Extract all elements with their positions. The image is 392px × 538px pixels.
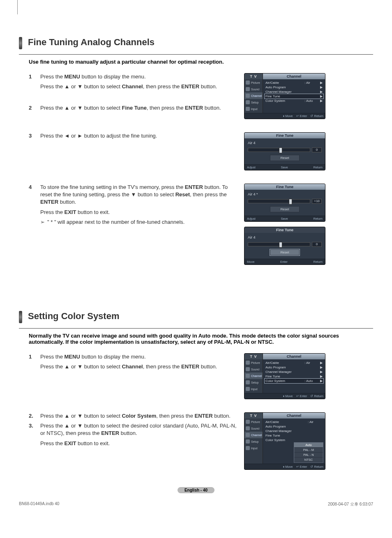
channel-icon — [246, 94, 250, 98]
slider-thumb — [289, 199, 292, 205]
osd-tv-label: T V — [244, 413, 263, 418]
hint-enter: Enter — [280, 260, 288, 264]
t: ENTER — [101, 430, 119, 436]
option-paln: PAL - N — [294, 453, 323, 458]
step-body: Press the ◄ or ► button to adjust the fi… — [40, 132, 241, 142]
osd-finetune-panel: Fine Tune Air 4 * +10 Reset Adjust Save … — [244, 184, 325, 222]
panel-footer: Adjust Save Return — [244, 216, 325, 221]
l: Fine Tune — [265, 94, 304, 98]
t: MENU — [65, 354, 80, 360]
hint-return: Return — [313, 260, 323, 264]
l: Fine Tune — [265, 434, 323, 437]
sound-icon — [246, 87, 250, 91]
l: Input — [251, 108, 258, 110]
t: " * " will appear next to the number of … — [47, 219, 184, 225]
sound-icon — [246, 367, 250, 371]
l: Fine Tune — [265, 375, 304, 378]
t: button. — [199, 83, 217, 90]
l: Color System — [265, 438, 323, 442]
l: Auto Program — [265, 366, 304, 369]
osd-category: Channel — [263, 413, 325, 418]
finetune-slider: 0 — [248, 242, 322, 247]
chevron-right-icon: ▶ — [319, 85, 323, 89]
l: Channel Manager — [265, 370, 304, 374]
chevron-right-icon: ▶ — [319, 379, 323, 383]
option-ntsc: NTSC — [294, 458, 323, 462]
t: EXIT — [65, 440, 76, 446]
t: button. — [213, 413, 231, 419]
chevron-right-icon: ▶ — [319, 90, 323, 94]
l: Air/Cable — [265, 81, 304, 85]
osd-tv-label: T V — [244, 74, 263, 79]
v: : Auto — [304, 99, 319, 103]
t: , then press the — [147, 105, 185, 111]
t: EXIT — [65, 209, 76, 215]
l: Auto Program — [265, 425, 323, 428]
osd-tv-label: T V — [244, 354, 263, 359]
section-header: Fine Tuning Analog Channels — [19, 37, 373, 49]
reset-button: Reset — [270, 206, 300, 212]
hint-move: Move — [283, 114, 293, 118]
t: To store the fine tuning setting in the … — [40, 184, 185, 190]
osd-sidebar: Picture Sound Channel Setup Input — [244, 418, 263, 464]
l: Air/Cable — [265, 420, 308, 424]
osd-sidebar: Picture Sound Channel Setup Input — [244, 359, 263, 393]
l: Channel — [251, 94, 262, 97]
dropdown-popup: Auto PAL - M PAL - N NTSC — [294, 442, 323, 463]
l: Air/Cable — [265, 361, 304, 365]
osd-footer: Move Enter Return — [244, 113, 325, 119]
slider-thumb — [279, 242, 282, 248]
l: Sound — [251, 88, 259, 91]
osd-sidebar: Picture Sound Channel Setup Input — [244, 79, 263, 113]
l: Auto Program — [265, 85, 304, 89]
step-body: Press the ▲ or ▼ button to select the de… — [40, 422, 241, 450]
section-title: Setting Color System — [28, 311, 373, 323]
t: Press the ◄ or ► button to adjust the fi… — [40, 133, 157, 139]
panel-title: Fine Tune — [244, 133, 325, 138]
l: Setup — [251, 101, 258, 104]
reset-button: Reset — [270, 155, 300, 161]
option-auto: Auto — [294, 443, 323, 448]
panel-footer: Adjust Save Return — [244, 164, 325, 170]
t: Press the — [40, 354, 65, 360]
channel-label: Air 4 — [248, 141, 322, 145]
l: Picture — [251, 81, 260, 84]
section-bar-icon — [19, 37, 22, 49]
divider — [19, 328, 373, 329]
step-3: 3. Press the ▲ or ▼ button to select the… — [29, 422, 241, 450]
step-3: 3 Press the ◄ or ► button to adjust the … — [29, 132, 241, 142]
reset-button: Reset — [270, 249, 300, 255]
hint-save: Save — [281, 166, 288, 169]
slider-value: 0 — [312, 242, 322, 247]
t: , then press the — [156, 413, 194, 419]
step-number: 4 — [29, 184, 40, 218]
t: Press the ▲ or ▼ button to select — [40, 83, 122, 90]
osd-channel-menu: T V Channel Picture Sound Channel Setup … — [244, 73, 325, 119]
l: Picture — [251, 421, 260, 423]
t: button. — [58, 199, 76, 205]
setup-icon — [246, 100, 250, 104]
hint-save: Save — [281, 217, 288, 221]
t: button. — [203, 105, 221, 111]
t: , then press the — [143, 83, 181, 90]
step-body: Press the ▲ or ▼ button to select Color … — [40, 412, 241, 422]
channel-label: Air 4 * — [248, 192, 322, 196]
t: Press the ▲ or ▼ button to select the de… — [40, 423, 237, 436]
t: button. — [119, 430, 137, 436]
step-2: 2 Press the ▲ or ▼ button to select Fine… — [29, 104, 241, 114]
hint-return: Return — [310, 114, 323, 118]
step-body: To store the fine tuning setting in the … — [40, 184, 241, 218]
page-ornament — [17, 0, 18, 14]
chevron-right-icon: ▶ — [319, 366, 323, 369]
l: Setup — [251, 440, 258, 443]
chevron-right-icon: ▶ — [319, 94, 323, 98]
l: Input — [251, 447, 258, 450]
t: Press the ▲ or ▼ button to select — [40, 105, 122, 111]
chevron-right-icon: ▶ — [319, 370, 323, 374]
t: ENTER — [40, 199, 58, 205]
input-icon — [246, 107, 250, 111]
hint-move: Move — [283, 465, 293, 469]
source-file: BN68-01449A.indb 40 — [19, 501, 59, 507]
chevron-right-icon: ▶ — [319, 361, 323, 365]
step-number: 1 — [29, 73, 40, 93]
